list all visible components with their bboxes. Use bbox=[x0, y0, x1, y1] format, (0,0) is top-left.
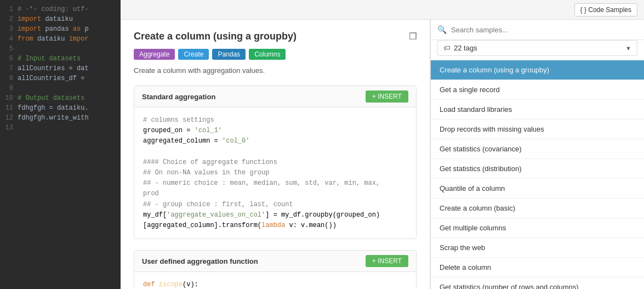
recipe-title-text: Create a column (using a groupby) bbox=[134, 31, 297, 42]
code-samples-label: { } Code Samples bbox=[580, 6, 631, 14]
recipe-panel: Create a column (using a groupby) ❐ Aggr… bbox=[121, 20, 430, 289]
section-title: Standard aggregation bbox=[142, 93, 215, 101]
sample-item-drop-records[interactable]: Drop records with missing values bbox=[431, 120, 644, 139]
code-lines: 1# -*- coding: utf- 2import dataiku 3imp… bbox=[0, 0, 121, 137]
code-line: 2import dataiku bbox=[0, 14, 121, 24]
right-sidebar: 🔍 🏷 22 tags ▼ Create a column (using a g… bbox=[430, 20, 644, 289]
code-panel: 1# -*- coding: utf- 2import dataiku 3imp… bbox=[0, 0, 121, 289]
code-line: 13 bbox=[0, 123, 121, 133]
content-area: Create a column (using a groupby) ❐ Aggr… bbox=[121, 20, 644, 289]
sample-item-stats-rows-columns[interactable]: Get statistics (number of rows and colum… bbox=[431, 277, 644, 289]
sample-item-covariance[interactable]: Get statistics (covariance) bbox=[431, 139, 644, 159]
code-line: 5 bbox=[0, 44, 121, 54]
code-line: 6# Input datasets bbox=[0, 54, 121, 64]
user-code-block: def zscope(v): bbox=[134, 272, 416, 289]
sample-item-scrap-web[interactable]: Scrap the web bbox=[431, 238, 644, 258]
sample-item-create-column-groupby[interactable]: Create a column (using a groupby) bbox=[431, 60, 644, 80]
search-bar: 🔍 bbox=[431, 20, 644, 40]
code-line: 10# Output datasets bbox=[0, 93, 121, 103]
recipe-title: Create a column (using a groupby) ❐ bbox=[134, 31, 417, 42]
copy-icon[interactable]: ❐ bbox=[409, 31, 417, 42]
code-line: 9 bbox=[0, 83, 121, 93]
code-line: 7allCountries = dat bbox=[0, 64, 121, 73]
insert-button[interactable]: INSERT bbox=[366, 90, 408, 103]
code-samples-button[interactable]: { } Code Samples bbox=[574, 3, 637, 16]
sample-item-create-column-basic[interactable]: Create a column (basic) bbox=[431, 199, 644, 218]
top-bar: { } Code Samples bbox=[121, 0, 644, 20]
sample-list: Create a column (using a groupby) Get a … bbox=[431, 60, 644, 289]
code-line: 12fdhgfgh.write_with bbox=[0, 113, 121, 123]
code-line: 1# -*- coding: utf- bbox=[0, 4, 121, 14]
tag-columns: Columns bbox=[249, 49, 286, 60]
tag-create: Create bbox=[178, 49, 209, 60]
code-line: 11fdhgfgh = dataiku. bbox=[0, 103, 121, 113]
sample-item-load-libraries[interactable]: Load standard libraries bbox=[431, 100, 644, 120]
code-line: 8allCountries_df = bbox=[0, 73, 121, 83]
user-section-title: User defined aggregation function bbox=[142, 257, 258, 265]
tags-row: Aggregate Create Pandas Columns bbox=[134, 49, 417, 60]
standard-aggregation-section: Standard aggregation INSERT # columns se… bbox=[134, 86, 417, 239]
code-block: # columns settings grouped_on = 'col_1' … bbox=[134, 107, 416, 239]
tags-count: 22 tags bbox=[454, 44, 477, 52]
tag-aggregate: Aggregate bbox=[134, 49, 175, 60]
code-line: 3import pandas as p bbox=[0, 24, 121, 34]
sample-item-delete-column[interactable]: Delete a column bbox=[431, 258, 644, 277]
sample-item-get-single-record[interactable]: Get a single record bbox=[431, 80, 644, 100]
sample-item-quantile[interactable]: Quantile of a column bbox=[431, 179, 644, 199]
code-section-header: Standard aggregation INSERT bbox=[134, 86, 416, 107]
search-icon: 🔍 bbox=[437, 25, 447, 34]
user-insert-button[interactable]: INSERT bbox=[366, 255, 408, 267]
tag-icon: 🏷 bbox=[443, 44, 451, 52]
chevron-down-icon: ▼ bbox=[625, 45, 631, 52]
user-section-header: User defined aggregation function INSERT bbox=[134, 251, 416, 272]
search-input[interactable] bbox=[451, 26, 637, 34]
sample-item-multiple-columns[interactable]: Get multiple columns bbox=[431, 218, 644, 238]
user-defined-section: User defined aggregation function INSERT… bbox=[134, 250, 417, 289]
tags-dropdown[interactable]: 🏷 22 tags ▼ bbox=[437, 40, 637, 56]
code-line: 4from dataiku impor bbox=[0, 34, 121, 44]
tag-pandas: Pandas bbox=[212, 49, 246, 60]
sample-item-distribution[interactable]: Get statistics (distribution) bbox=[431, 159, 644, 179]
main-content: { } Code Samples Create a column (using … bbox=[121, 0, 644, 289]
recipe-description: Create a column with aggregation values. bbox=[134, 66, 417, 75]
